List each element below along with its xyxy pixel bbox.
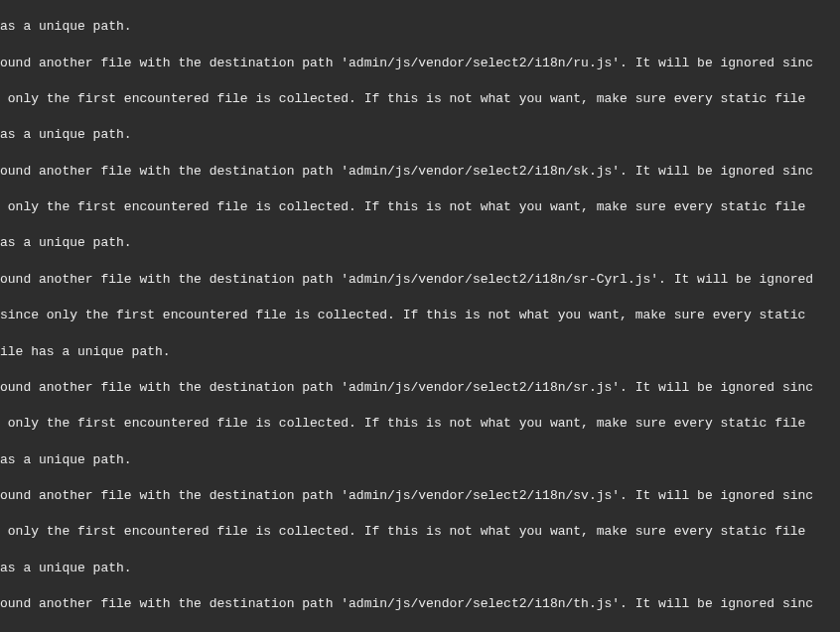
- terminal-line: as a unique path.: [0, 560, 840, 577]
- terminal-line: as a unique path.: [0, 234, 840, 252]
- terminal-line: since only the first encountered file is…: [0, 307, 840, 324]
- terminal-line: ile has a unique path.: [0, 343, 840, 361]
- terminal-line: ound another file with the destination p…: [0, 55, 840, 72]
- terminal-line: only the first encountered file is colle…: [0, 523, 840, 541]
- terminal-line: ound another file with the destination p…: [0, 595, 840, 613]
- terminal-line: only the first encountered file is colle…: [0, 90, 840, 108]
- terminal-line: ound another file with the destination p…: [0, 163, 840, 181]
- terminal-line: as a unique path.: [0, 451, 840, 469]
- terminal-output[interactable]: as a unique path. ound another file with…: [0, 0, 840, 632]
- terminal-line: only the first encountered file is colle…: [0, 415, 840, 433]
- terminal-line: as a unique path.: [0, 126, 840, 144]
- terminal-line: ound another file with the destination p…: [0, 487, 840, 505]
- terminal-line: ound another file with the destination p…: [0, 271, 840, 289]
- terminal-line: as a unique path.: [0, 18, 840, 36]
- terminal-line: only the first encountered file is colle…: [0, 198, 840, 216]
- terminal-line: ound another file with the destination p…: [0, 379, 840, 397]
